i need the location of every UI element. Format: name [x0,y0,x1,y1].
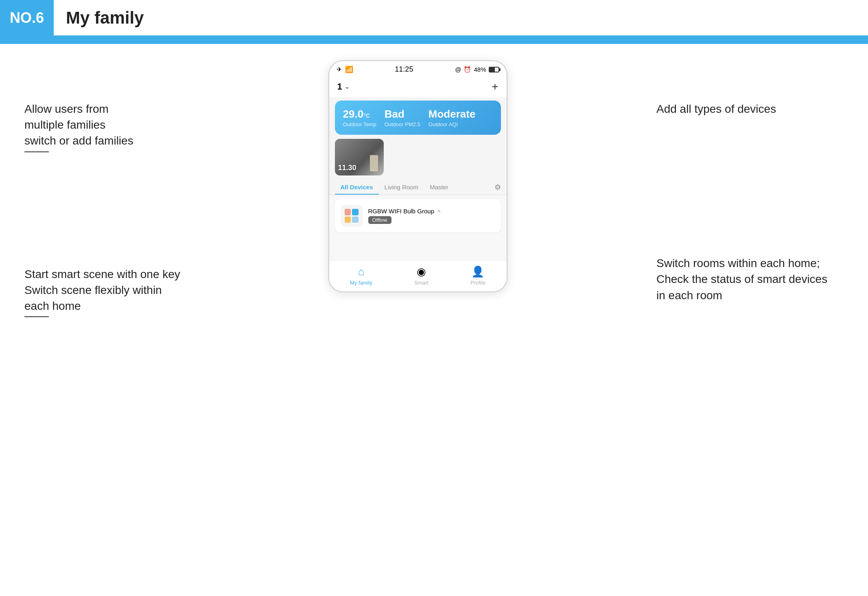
annotation-families: Allow users frommultiple familiesswitch … [24,101,187,152]
alarm-icon: ⏰ [464,66,471,73]
device-info: RGBW WIFI Bulb Group ≡ Offline [368,208,495,224]
smart-icon: ◉ [417,265,426,278]
status-right: @ ⏰ 48% [455,66,499,73]
device-list: RGBW WIFI Bulb Group ≡ Offline [329,195,507,260]
chevron-down-icon: ⌄ [345,83,350,90]
right-annotations: Add all types of devices Switch rooms wi… [640,60,844,317]
person-icon: 👤 [471,265,484,278]
weather-pm25: Bad Outdoor PM2.5 [385,108,420,127]
signal-icon: @ [455,66,461,73]
main-content: Allow users frommultiple familiesswitch … [0,60,868,317]
weather-temp: 29.0°C Outdoor Temp [343,108,376,127]
family-number: 1 [337,81,342,92]
accent-bar [0,37,868,44]
pm25-label: Outdoor PM2.5 [385,121,420,127]
battery-icon [489,67,499,72]
no-badge: NO.6 [0,0,54,35]
status-bar: ✈ 📶 11:25 @ ⏰ 48% [329,61,507,76]
bulb-group-icon [345,209,359,223]
page-header: NO.6 My family [0,0,868,37]
add-device-button[interactable]: + [492,80,498,93]
nav-profile-label: Profile [470,280,485,286]
tab-all-devices[interactable]: All Devices [335,180,379,195]
airplane-icon: ✈ [337,66,342,73]
nav-my-family-label: My family [350,280,372,286]
nav-smart-label: Smart [414,280,429,286]
scene-time: 11.30 [338,164,356,172]
annotation-switch-rooms: Switch rooms within each home;Check the … [656,255,844,303]
bulb-sq4 [352,217,359,223]
pm25-value: Bad [385,108,420,121]
tab-living-room[interactable]: Living Room [379,180,424,195]
aqi-label: Outdoor AQI [429,121,476,127]
family-selector[interactable]: 1 ⌄ [337,81,350,92]
scene-door-decoration [370,155,378,171]
temp-label: Outdoor Temp [343,121,376,127]
scene-thumbnail[interactable]: 11.30 [335,139,384,175]
nav-profile[interactable]: 👤 Profile [470,265,485,286]
bulb-sq2 [352,209,359,215]
bulb-sq1 [345,209,351,215]
status-left: ✈ 📶 [337,66,353,73]
home-icon: ⌂ [358,265,365,278]
phone-container: ✈ 📶 11:25 @ ⏰ 48% 1 ⌄ [195,60,640,317]
room-tabs: All Devices Living Room Master ⚙ [329,180,507,195]
tab-master[interactable]: Master [424,180,454,195]
device-status-badge: Offline [368,216,391,224]
wifi-icon: 📶 [345,66,353,73]
phone-nav: 1 ⌄ + [329,76,507,97]
page-title: My family [66,8,144,28]
bottom-nav: ⌂ My family ◉ Smart 👤 Profile [329,260,507,291]
weather-card: 29.0°C Outdoor Temp Bad Outdoor PM2.5 Mo… [335,101,501,135]
annotation-add-devices: Add all types of devices [656,101,844,117]
device-link-icon: ≡ [437,208,441,214]
battery-percent: 48% [474,66,486,73]
nav-my-family[interactable]: ⌂ My family [350,265,372,286]
aqi-value: Moderate [429,108,476,121]
bulb-sq3 [345,217,351,223]
device-name-row: RGBW WIFI Bulb Group ≡ [368,208,495,215]
status-time: 11:25 [395,65,413,74]
room-settings-icon[interactable]: ⚙ [494,183,501,192]
phone-mockup: ✈ 📶 11:25 @ ⏰ 48% 1 ⌄ [328,60,507,292]
device-name: RGBW WIFI Bulb Group [368,208,435,215]
left-annotations: Allow users frommultiple familiesswitch … [24,60,195,317]
device-card[interactable]: RGBW WIFI Bulb Group ≡ Offline [335,199,501,232]
nav-smart[interactable]: ◉ Smart [414,265,429,286]
device-icon-wrap [341,205,363,227]
annotation-scene: Start smart scene with one keySwitch sce… [24,266,187,318]
weather-aqi: Moderate Outdoor AQI [429,108,476,127]
